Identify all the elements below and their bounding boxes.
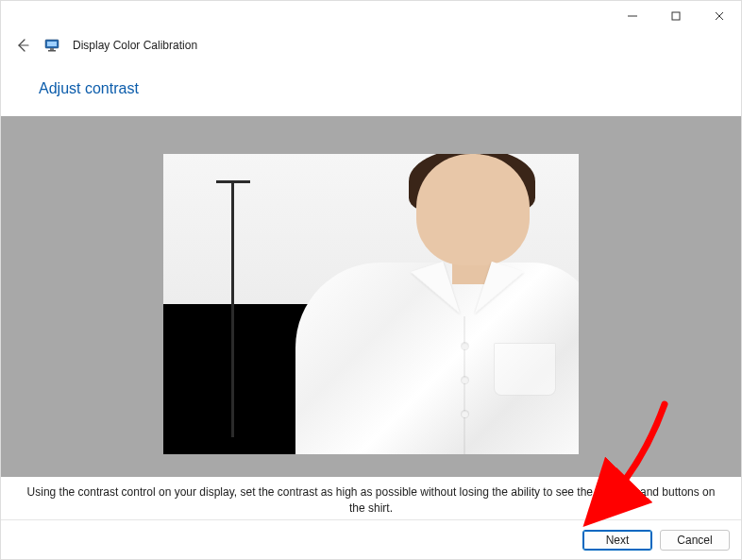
cancel-button[interactable]: Cancel — [660, 530, 730, 551]
close-button[interactable] — [698, 1, 741, 31]
app-icon — [44, 38, 59, 53]
maximize-button[interactable] — [654, 1, 698, 31]
window-controls — [611, 1, 741, 31]
window-title: Display Color Calibration — [73, 39, 197, 52]
page-heading: Adjust contrast — [1, 61, 741, 116]
titlebar — [1, 1, 741, 31]
next-button[interactable]: Next — [582, 530, 652, 551]
header-row: Display Color Calibration — [1, 31, 741, 61]
svg-rect-8 — [48, 50, 56, 52]
minimize-button[interactable] — [611, 1, 654, 31]
instruction-text: Using the contrast control on your displ… — [1, 477, 741, 525]
back-button[interactable] — [14, 37, 31, 54]
contrast-reference-image — [163, 154, 579, 454]
button-bar: Next Cancel — [1, 519, 741, 559]
svg-rect-1 — [672, 12, 680, 20]
preview-area — [1, 116, 741, 477]
svg-rect-6 — [47, 42, 57, 46]
svg-rect-7 — [50, 48, 54, 50]
